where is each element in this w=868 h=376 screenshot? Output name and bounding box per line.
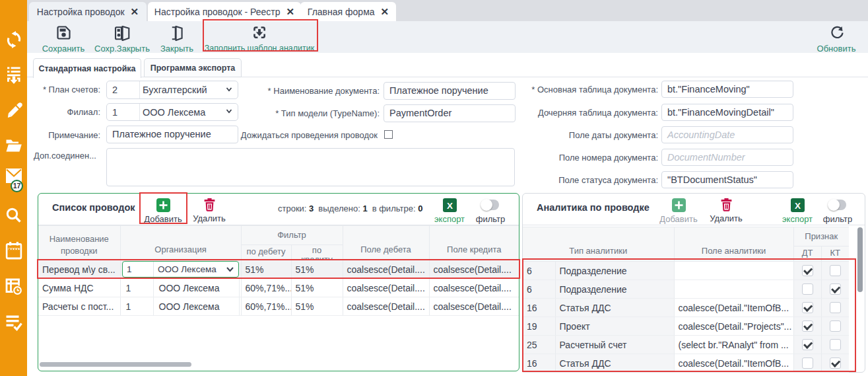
svg-text:X: X (794, 201, 800, 211)
svg-text:X: X (446, 201, 452, 211)
